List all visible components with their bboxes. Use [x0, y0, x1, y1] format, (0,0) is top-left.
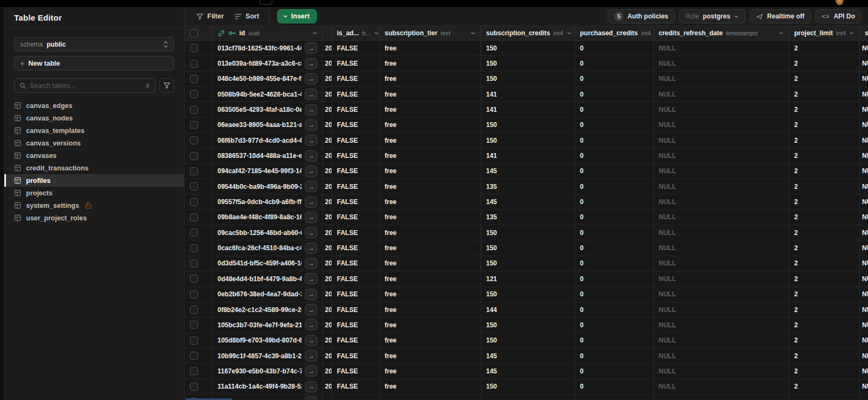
- cell-sub_credits[interactable]: 150: [481, 318, 575, 332]
- expand-row-button[interactable]: →: [305, 135, 317, 146]
- cell-is_admin[interactable]: FALSE: [332, 194, 380, 209]
- cell-refresh[interactable]: NULL: [654, 240, 789, 255]
- cell-limit[interactable]: 2: [789, 41, 860, 55]
- cell-id[interactable]: 048c4e50-b989-455e-847e-fb2f...→: [213, 72, 323, 86]
- cell-last[interactable]: NU: [860, 210, 868, 225]
- cell-is_admin[interactable]: FALSE: [332, 379, 380, 394]
- row-checkbox[interactable]: [190, 44, 198, 52]
- cell-tier[interactable]: free: [380, 302, 481, 317]
- cell-purchased[interactable]: 0: [575, 164, 654, 179]
- cell-clip[interactable]: 20: [323, 164, 332, 179]
- cell-clip[interactable]: 20: [323, 225, 332, 240]
- cell-last[interactable]: NU: [860, 240, 868, 255]
- cell-sub_credits[interactable]: 141: [481, 87, 575, 101]
- cell-clip[interactable]: [323, 395, 332, 400]
- cell-clip[interactable]: 20: [323, 102, 332, 117]
- cell-last[interactable]: NU: [860, 302, 868, 317]
- sidebar-item-credit_transactions[interactable]: credit_transactions: [4, 162, 184, 174]
- column-menu-chevron-icon[interactable]: [470, 30, 476, 36]
- cell-refresh[interactable]: NULL: [654, 56, 789, 71]
- cell-sub_credits[interactable]: 145: [481, 364, 575, 378]
- cell-purchased[interactable]: 0: [575, 318, 654, 332]
- column-header-is_ad...[interactable]: is_ad...b...: [332, 26, 380, 40]
- cell-sub_credits[interactable]: 145: [481, 164, 575, 179]
- cell-clip[interactable]: 20: [323, 240, 332, 255]
- cell-tier[interactable]: free: [380, 333, 481, 348]
- row-checkbox[interactable]: [190, 90, 198, 98]
- cell-limit[interactable]: 2: [789, 225, 860, 240]
- cell-is_admin[interactable]: FALSE: [332, 41, 380, 55]
- sidebar-item-canvas_edges[interactable]: canvas_edges: [4, 99, 184, 112]
- cell-is_admin[interactable]: FALSE: [332, 118, 380, 132]
- row-checkbox[interactable]: [190, 367, 198, 375]
- cell-purchased[interactable]: 0: [575, 348, 654, 363]
- cell-is_admin[interactable]: FALSE: [332, 225, 380, 240]
- cell-purchased[interactable]: 0: [575, 302, 654, 317]
- expand-row-button[interactable]: →: [305, 73, 317, 85]
- cell-id[interactable]: 105bc3b7-03fe-4e7f-9efa-21bb40...→: [213, 318, 323, 332]
- cell-limit[interactable]: 2: [789, 133, 860, 148]
- cell-is_admin[interactable]: FALSE: [332, 271, 380, 286]
- cell-id[interactable]: 09cac5bb-1256-46bd-ab60-64ed...→: [213, 225, 323, 240]
- cell-purchased[interactable]: 0: [575, 102, 654, 117]
- sidebar-item-system_settings[interactable]: system_settings: [4, 199, 184, 212]
- expand-row-button[interactable]: →: [305, 212, 317, 223]
- cell-purchased[interactable]: 0: [575, 333, 654, 348]
- cell-purchased[interactable]: 0: [575, 118, 654, 132]
- cell-clip[interactable]: 20: [323, 72, 332, 86]
- cell-clip[interactable]: 20: [323, 56, 332, 71]
- cell-last[interactable]: NU: [860, 364, 868, 378]
- chevron-down-icon[interactable]: [283, 14, 288, 19]
- cell-last[interactable]: NU: [860, 287, 868, 302]
- cell-is_admin[interactable]: FALSE: [332, 318, 380, 332]
- cell-sub_credits[interactable]: 141: [481, 102, 575, 117]
- row-checkbox[interactable]: [190, 336, 198, 345]
- cell-id[interactable]: 11a114cb-1a4c-49f4-9b28-52219ec...→: [213, 379, 323, 394]
- cell-last[interactable]: NU: [860, 225, 868, 240]
- column-header-id[interactable]: iduuid: [213, 26, 323, 40]
- cell-tier[interactable]: free: [380, 133, 481, 148]
- cell-sub_credits[interactable]: 150: [481, 287, 575, 302]
- cell-limit[interactable]: 2: [789, 364, 860, 378]
- cell-tier[interactable]: free: [380, 164, 481, 179]
- row-checkbox[interactable]: [190, 383, 198, 391]
- cell-tier[interactable]: free: [380, 348, 481, 363]
- cell-tier[interactable]: free: [380, 118, 481, 132]
- row-checkbox[interactable]: [190, 275, 198, 283]
- expand-row-button[interactable]: →: [305, 58, 317, 69]
- cell-limit[interactable]: 2: [789, 194, 860, 209]
- cell-last[interactable]: NU: [860, 318, 868, 332]
- cell-is_admin[interactable]: FALSE: [332, 102, 380, 117]
- cell-tier[interactable]: free: [380, 225, 481, 240]
- cell-sub_credits[interactable]: [481, 395, 575, 400]
- column-header-su[interactable]: su: [860, 26, 868, 40]
- sort-button[interactable]: Sort: [229, 9, 265, 23]
- column-menu-chevron-icon[interactable]: [566, 30, 572, 36]
- new-table-button[interactable]: + New table: [14, 56, 174, 71]
- cell-is_admin[interactable]: FALSE: [332, 240, 380, 255]
- cell-last[interactable]: NU: [860, 102, 868, 117]
- expand-row-button[interactable]: →: [305, 181, 317, 192]
- expand-row-button[interactable]: →: [305, 104, 317, 116]
- cell-sub_credits[interactable]: 150: [481, 379, 575, 394]
- cell-tier[interactable]: free: [380, 102, 481, 117]
- cell-refresh[interactable]: NULL: [654, 87, 789, 101]
- cell-is_admin[interactable]: FALSE: [332, 164, 380, 179]
- cell-last[interactable]: NU: [860, 41, 868, 55]
- cell-id[interactable]: 09544b0c-ba9b-496a-9b09-244...→: [213, 179, 323, 194]
- cell-limit[interactable]: 2: [789, 72, 860, 86]
- row-checkbox[interactable]: [190, 152, 198, 160]
- column-menu-chevron-icon[interactable]: [778, 30, 784, 36]
- cell-tier[interactable]: free: [380, 210, 481, 225]
- cell-sub_credits[interactable]: 141: [481, 148, 575, 163]
- cell-sub_credits[interactable]: 145: [481, 194, 575, 209]
- cell-is_admin[interactable]: FALSE: [332, 87, 380, 101]
- cell-refresh[interactable]: NULL: [654, 133, 789, 148]
- cell-is_admin[interactable]: FALSE: [332, 302, 380, 317]
- cell-tier[interactable]: free: [380, 240, 481, 255]
- expand-row-button[interactable]: →: [305, 258, 317, 269]
- cell-last[interactable]: NU: [860, 271, 868, 286]
- cell-is_admin[interactable]: FALSE: [332, 148, 380, 163]
- cell-last[interactable]: NU: [860, 148, 868, 163]
- cell-last[interactable]: NU: [860, 179, 868, 194]
